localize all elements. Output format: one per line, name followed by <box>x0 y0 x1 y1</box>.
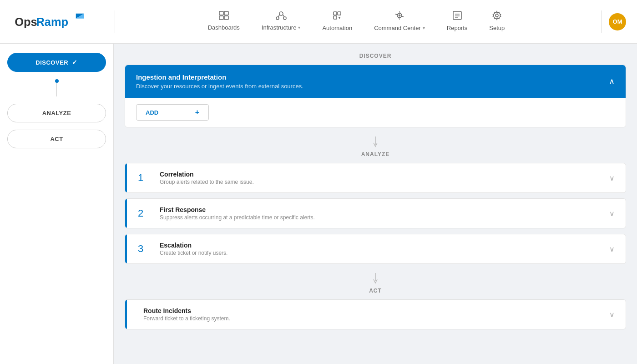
sidebar-btn-analyze[interactable]: ANALYZE <box>7 104 106 122</box>
svg-line-11 <box>278 15 280 17</box>
escalation-info: Escalation Create ticket or notify users… <box>160 242 609 256</box>
nav-item-setup[interactable]: Setup <box>478 7 516 36</box>
escalation-desc: Create ticket or notify users. <box>160 250 609 256</box>
add-button[interactable]: ADD + <box>136 104 209 121</box>
svg-rect-6 <box>219 16 223 20</box>
route-incidents-title: Route Incidents <box>143 307 609 314</box>
automation-label: Automation <box>322 25 352 31</box>
user-avatar[interactable]: OM <box>609 13 626 30</box>
reports-label: Reports <box>447 25 468 31</box>
ingestion-card: Ingestion and Interpretation Discover yo… <box>125 65 626 98</box>
dashboards-label: Dashboards <box>208 24 240 31</box>
escalation-expand-icon[interactable]: ∨ <box>609 245 615 253</box>
analyze-card-correlation: 1 Correlation Group alerts related to th… <box>125 163 626 193</box>
plus-icon: + <box>195 108 199 116</box>
setup-label: Setup <box>489 25 505 31</box>
nav-right-divider <box>601 10 602 33</box>
svg-text:Ramp: Ramp <box>36 15 68 28</box>
escalation-row: 3 Escalation Create ticket or notify use… <box>125 234 626 263</box>
first-response-title: First Response <box>160 206 609 213</box>
nav-item-dashboards[interactable]: Dashboards <box>197 7 251 36</box>
first-response-num: 2 <box>138 207 154 219</box>
correlation-title: Correlation <box>160 171 609 178</box>
route-incidents-expand-icon[interactable]: ∨ <box>609 310 615 319</box>
add-label: ADD <box>146 109 158 116</box>
svg-line-12 <box>283 15 284 17</box>
escalation-num: 3 <box>138 243 154 255</box>
top-navigation: Ops Ramp Dashboards Infrastructure ▾ <box>0 0 637 44</box>
automation-icon <box>332 10 342 23</box>
route-incidents-bar <box>125 300 127 329</box>
command-center-chevron: ▾ <box>423 25 425 30</box>
sidebar: DISCOVER ✓ ANALYZE ACT <box>0 44 114 364</box>
correlation-num: 1 <box>138 172 154 184</box>
correlation-bar <box>125 163 127 192</box>
nav-item-automation[interactable]: Automation <box>311 7 363 36</box>
first-response-desc: Suppress alerts occurring at a predictab… <box>160 214 609 221</box>
nav-left-divider <box>115 10 115 33</box>
escalation-title: Escalation <box>160 242 609 249</box>
svg-point-9 <box>276 17 279 20</box>
command-center-label: Command Center ▾ <box>374 25 425 31</box>
main-content: DISCOVER Ingestion and Interpretation Di… <box>114 44 637 364</box>
infrastructure-chevron: ▾ <box>298 25 300 30</box>
nav-item-infrastructure[interactable]: Infrastructure ▾ <box>251 7 312 36</box>
sidebar-connector <box>55 79 59 96</box>
svg-rect-14 <box>338 12 341 15</box>
connector-dot <box>55 79 59 83</box>
correlation-desc: Group alerts related to the same issue. <box>160 179 609 185</box>
ingestion-subtitle: Discover your resources or ingest events… <box>136 83 303 90</box>
nav-items: Dashboards Infrastructure ▾ Automation <box>119 7 594 36</box>
svg-rect-7 <box>224 16 228 20</box>
route-incidents-row: Route Incidents Forward ticket to a tick… <box>125 300 626 329</box>
svg-rect-17 <box>453 11 461 20</box>
logo-svg: Ops Ramp <box>11 13 93 31</box>
svg-rect-13 <box>334 12 337 15</box>
dashboard-icon <box>219 11 229 22</box>
add-row: ADD + <box>125 98 626 127</box>
discover-to-analyze-arrow <box>125 133 626 151</box>
route-incidents-desc: Forward ticket to a ticketing system. <box>143 315 609 322</box>
first-response-expand-icon[interactable]: ∨ <box>609 209 615 218</box>
ingestion-text: Ingestion and Interpretation Discover yo… <box>136 73 303 90</box>
analyze-card-escalation: 3 Escalation Create ticket or notify use… <box>125 234 626 264</box>
svg-text:Ops: Ops <box>15 15 37 28</box>
correlation-row: 1 Correlation Group alerts related to th… <box>125 163 626 192</box>
discover-label: DISCOVER <box>35 59 68 66</box>
nav-item-reports[interactable]: Reports <box>436 7 479 36</box>
reports-icon <box>452 10 462 23</box>
discover-section-label: DISCOVER <box>125 53 626 59</box>
first-response-bar <box>125 199 127 228</box>
act-label: ACT <box>50 136 63 142</box>
infrastructure-icon <box>276 11 287 22</box>
infrastructure-label: Infrastructure ▾ <box>262 24 301 31</box>
main-layout: DISCOVER ✓ ANALYZE ACT DISCOVER Ingestio… <box>0 44 637 364</box>
escalation-bar <box>125 234 127 263</box>
ingestion-container: Ingestion and Interpretation Discover yo… <box>125 65 626 127</box>
logo: Ops Ramp <box>11 13 93 31</box>
command-center-icon <box>394 10 405 23</box>
analyze-card-first-response: 2 First Response Suppress alerts occurri… <box>125 198 626 228</box>
svg-point-10 <box>283 17 286 20</box>
act-section-label: ACT <box>125 288 626 294</box>
nav-item-command-center[interactable]: Command Center ▾ <box>363 7 436 36</box>
sidebar-btn-discover[interactable]: DISCOVER ✓ <box>7 53 106 72</box>
ingestion-title: Ingestion and Interpretation <box>136 73 303 81</box>
svg-point-21 <box>495 14 498 17</box>
svg-rect-4 <box>219 11 223 15</box>
act-card: Route Incidents Forward ticket to a tick… <box>125 299 626 329</box>
correlation-expand-icon[interactable]: ∨ <box>609 174 615 182</box>
correlation-info: Correlation Group alerts related to the … <box>160 171 609 185</box>
route-incidents-info: Route Incidents Forward ticket to a tick… <box>143 307 609 322</box>
discover-check-icon: ✓ <box>72 59 78 66</box>
analyze-label: ANALYZE <box>42 110 71 116</box>
svg-rect-15 <box>334 16 337 19</box>
svg-rect-5 <box>224 11 228 15</box>
svg-point-8 <box>279 12 283 15</box>
sidebar-btn-act[interactable]: ACT <box>7 130 106 148</box>
setup-icon <box>492 10 502 23</box>
analyze-to-act-arrow <box>125 269 626 288</box>
ingestion-collapse-icon[interactable]: ∧ <box>609 76 615 86</box>
first-response-info: First Response Suppress alerts occurring… <box>160 206 609 221</box>
analyze-section-label: ANALYZE <box>125 151 626 157</box>
